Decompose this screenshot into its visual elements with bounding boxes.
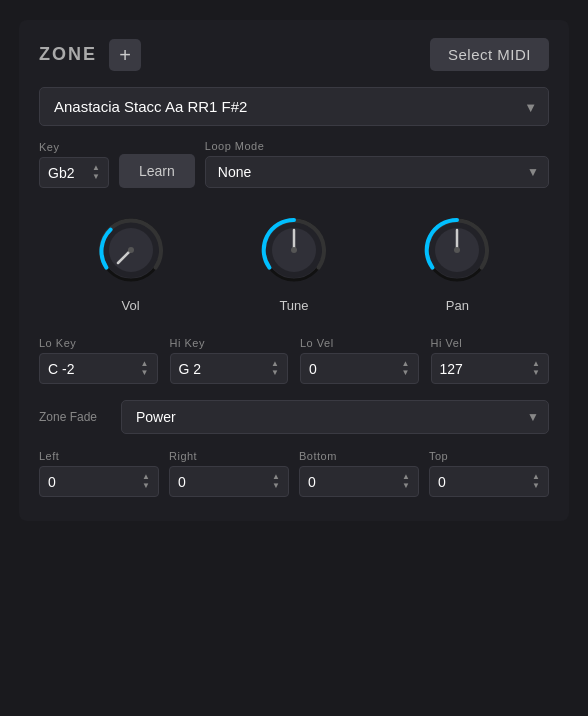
main-sample-dropdown[interactable]: Anastacia Stacc Aa RR1 F#2 xyxy=(39,87,549,126)
key-down-button[interactable]: ▼ xyxy=(92,173,100,181)
left-up-button[interactable]: ▲ xyxy=(142,473,150,481)
lo-key-value: C -2 xyxy=(48,361,74,377)
left-value: 0 xyxy=(48,474,56,490)
hi-vel-group: Hi Vel 127 ▲ ▼ xyxy=(431,337,550,384)
top-label: Top xyxy=(429,450,549,462)
right-up-button[interactable]: ▲ xyxy=(272,473,280,481)
key-label: Key xyxy=(39,141,109,153)
bottom-group: Bottom 0 ▲ ▼ xyxy=(299,450,419,497)
lo-key-up-button[interactable]: ▲ xyxy=(141,360,149,368)
lo-vel-arrows: ▲ ▼ xyxy=(402,360,410,377)
key-stepper-arrows: ▲ ▼ xyxy=(92,164,100,181)
lo-key-label: Lo Key xyxy=(39,337,158,349)
hi-key-stepper: G 2 ▲ ▼ xyxy=(170,353,289,384)
bottom-up-button[interactable]: ▲ xyxy=(402,473,410,481)
lo-key-group: Lo Key C -2 ▲ ▼ xyxy=(39,337,158,384)
svg-point-17 xyxy=(454,247,460,253)
loop-mode-label: Loop Mode xyxy=(205,140,549,152)
hi-vel-value: 127 xyxy=(440,361,463,377)
left-down-button[interactable]: ▼ xyxy=(142,482,150,490)
bottom-stepper: 0 ▲ ▼ xyxy=(299,466,419,497)
lo-vel-up-button[interactable]: ▲ xyxy=(402,360,410,368)
hi-key-up-button[interactable]: ▲ xyxy=(271,360,279,368)
lo-key-stepper: C -2 ▲ ▼ xyxy=(39,353,158,384)
hi-key-down-button[interactable]: ▼ xyxy=(271,369,279,377)
learn-button[interactable]: Learn xyxy=(119,154,195,188)
vol-knob-group: Vol xyxy=(91,210,171,313)
lo-vel-value: 0 xyxy=(309,361,317,377)
right-label: Right xyxy=(169,450,289,462)
main-dropdown-wrapper: Anastacia Stacc Aa RR1 F#2 ▼ xyxy=(39,87,549,126)
lo-key-down-button[interactable]: ▼ xyxy=(141,369,149,377)
loop-mode-group: Loop Mode None Loop Ping-Pong ▼ xyxy=(205,140,549,188)
knobs-row: Vol Tune xyxy=(39,210,549,313)
vol-knob-label: Vol xyxy=(122,298,140,313)
hi-vel-up-button[interactable]: ▲ xyxy=(532,360,540,368)
hi-vel-stepper: 127 ▲ ▼ xyxy=(431,353,550,384)
right-group: Right 0 ▲ ▼ xyxy=(169,450,289,497)
top-stepper: 0 ▲ ▼ xyxy=(429,466,549,497)
right-value: 0 xyxy=(178,474,186,490)
left-arrows: ▲ ▼ xyxy=(142,473,150,490)
bottom-down-button[interactable]: ▼ xyxy=(402,482,410,490)
header-row: ZONE + Select MIDI xyxy=(39,38,549,71)
hi-key-value: G 2 xyxy=(179,361,202,377)
hi-key-arrows: ▲ ▼ xyxy=(271,360,279,377)
lo-vel-label: Lo Vel xyxy=(300,337,419,349)
top-value: 0 xyxy=(438,474,446,490)
bottom-value: 0 xyxy=(308,474,316,490)
lrbt-row: Left 0 ▲ ▼ Right 0 ▲ ▼ Bottom 0 xyxy=(39,450,549,497)
tune-knob-group: Tune xyxy=(254,210,334,313)
svg-point-11 xyxy=(291,247,297,253)
top-arrows: ▲ ▼ xyxy=(532,473,540,490)
pan-knob-group: Pan xyxy=(417,210,497,313)
zone-fade-row: Zone Fade Power Linear None ▼ xyxy=(39,400,549,434)
top-down-button[interactable]: ▼ xyxy=(532,482,540,490)
fade-dropdown-wrapper: Power Linear None ▼ xyxy=(121,400,549,434)
right-stepper: 0 ▲ ▼ xyxy=(169,466,289,497)
key-value: Gb2 xyxy=(48,165,74,181)
hi-key-group: Hi Key G 2 ▲ ▼ xyxy=(170,337,289,384)
zone-label-group: ZONE + xyxy=(39,39,141,71)
key-vel-row: Lo Key C -2 ▲ ▼ Hi Key G 2 ▲ ▼ Lo Vel xyxy=(39,337,549,384)
add-zone-button[interactable]: + xyxy=(109,39,141,71)
zone-panel: ZONE + Select MIDI Anastacia Stacc Aa RR… xyxy=(19,20,569,521)
left-stepper: 0 ▲ ▼ xyxy=(39,466,159,497)
zone-label: ZONE xyxy=(39,44,97,65)
lo-key-arrows: ▲ ▼ xyxy=(141,360,149,377)
tune-knob[interactable] xyxy=(254,210,334,290)
lo-vel-stepper: 0 ▲ ▼ xyxy=(300,353,419,384)
lo-vel-group: Lo Vel 0 ▲ ▼ xyxy=(300,337,419,384)
loop-dropdown-wrapper: None Loop Ping-Pong ▼ xyxy=(205,156,549,188)
loop-mode-dropdown[interactable]: None Loop Ping-Pong xyxy=(205,156,549,188)
vol-knob[interactable] xyxy=(91,210,171,290)
right-down-button[interactable]: ▼ xyxy=(272,482,280,490)
main-dropdown-row: Anastacia Stacc Aa RR1 F#2 ▼ xyxy=(39,87,549,126)
bottom-arrows: ▲ ▼ xyxy=(402,473,410,490)
key-up-button[interactable]: ▲ xyxy=(92,164,100,172)
pan-knob[interactable] xyxy=(417,210,497,290)
key-stepper-box: Gb2 ▲ ▼ xyxy=(39,157,109,188)
left-group: Left 0 ▲ ▼ xyxy=(39,450,159,497)
pan-knob-label: Pan xyxy=(446,298,469,313)
hi-vel-down-button[interactable]: ▼ xyxy=(532,369,540,377)
svg-point-5 xyxy=(128,247,134,253)
lo-vel-down-button[interactable]: ▼ xyxy=(402,369,410,377)
hi-vel-arrows: ▲ ▼ xyxy=(532,360,540,377)
key-field-group: Key Gb2 ▲ ▼ xyxy=(39,141,109,188)
tune-knob-label: Tune xyxy=(279,298,308,313)
zone-fade-dropdown[interactable]: Power Linear None xyxy=(121,400,549,434)
top-group: Top 0 ▲ ▼ xyxy=(429,450,549,497)
key-loop-row: Key Gb2 ▲ ▼ Learn Loop Mode None Loop Pi… xyxy=(39,140,549,188)
right-arrows: ▲ ▼ xyxy=(272,473,280,490)
zone-fade-label: Zone Fade xyxy=(39,410,107,424)
bottom-label: Bottom xyxy=(299,450,419,462)
hi-vel-label: Hi Vel xyxy=(431,337,550,349)
hi-key-label: Hi Key xyxy=(170,337,289,349)
select-midi-button[interactable]: Select MIDI xyxy=(430,38,549,71)
top-up-button[interactable]: ▲ xyxy=(532,473,540,481)
left-label: Left xyxy=(39,450,159,462)
